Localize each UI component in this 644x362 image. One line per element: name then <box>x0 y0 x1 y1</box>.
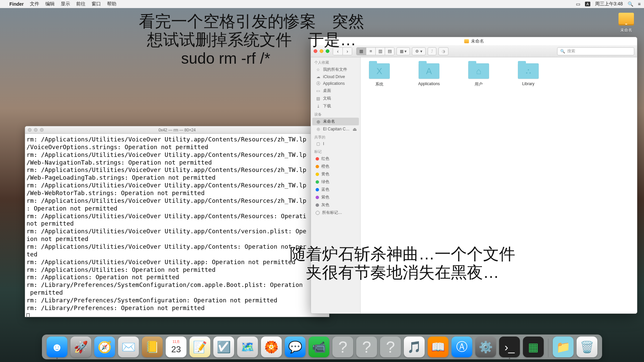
dock-itunes-icon[interactable]: 🎵 <box>404 337 425 357</box>
action-button[interactable]: ⚙ ▾ <box>412 47 425 55</box>
sidebar-tag[interactable]: 绿色 <box>311 178 360 186</box>
sidebar-item-label: 文稿 <box>323 96 331 101</box>
dock-finder-icon[interactable]: ☻ <box>47 337 67 357</box>
tag-color-dot <box>316 157 319 161</box>
folder-item[interactable]: ⌂用户 <box>465 63 493 87</box>
sidebar-tag[interactable]: 蓝色 <box>311 186 360 193</box>
dock-calendar-icon[interactable]: 11月23 <box>166 337 186 357</box>
menubar: Finder 文件 编辑 显示 前往 窗口 帮助 ▭ A 周三上午3:48 🔍 … <box>0 0 644 8</box>
zoom-icon[interactable] <box>40 128 44 132</box>
dock-messages-icon[interactable]: 💬 <box>285 337 306 357</box>
zoom-icon[interactable] <box>326 49 329 53</box>
sidebar-item[interactable]: ▤文稿 <box>311 95 360 102</box>
dock: ☻ 🚀 🧭 ✉️ 📒 11月23 📝 ☑️ 🗺️ 🏵️ 💬 📹 ? ? ? 🎵 … <box>42 335 602 359</box>
menubar-clock[interactable]: 周三上午3:48 <box>595 1 623 7</box>
dock-photos-icon[interactable]: 🏵️ <box>261 337 282 357</box>
sidebar-item[interactable]: ◎未命名 <box>312 118 359 125</box>
terminal-output[interactable]: rm: /Applications/Utilities/VoiceOver Ut… <box>25 134 329 317</box>
terminal-window[interactable]: 0x42 — rm — 80×24 rm: /Applications/Util… <box>25 126 329 317</box>
sidebar-item-icon: ▭ <box>316 88 321 93</box>
app-name[interactable]: Finder <box>9 1 24 7</box>
tags-button[interactable]: ◑ <box>438 47 448 55</box>
airplay-icon[interactable]: ▭ <box>576 1 580 7</box>
sidebar-item[interactable]: ▭桌面 <box>311 87 360 95</box>
terminal-titlebar[interactable]: 0x42 — rm — 80×24 <box>25 126 329 134</box>
sidebar-all-tags[interactable]: 所有标记… <box>311 209 360 217</box>
share-button[interactable]: ⤴ <box>428 47 436 55</box>
menu-go[interactable]: 前往 <box>76 1 86 7</box>
dock-downloads-icon[interactable]: 📁 <box>553 337 574 357</box>
sidebar-item[interactable]: ◎El Capitan C…⏏ <box>311 125 360 133</box>
spotlight-icon[interactable]: 🔍 <box>628 1 633 7</box>
sidebar-heading: 标记 <box>311 147 360 155</box>
dock-launchpad-icon[interactable]: 🚀 <box>70 337 91 357</box>
sidebar-heading: 个人收藏 <box>311 58 360 66</box>
drive-icon <box>619 13 634 25</box>
menu-file[interactable]: 文件 <box>30 1 39 7</box>
sidebar-tag[interactable]: 黄色 <box>311 170 360 178</box>
dock-safari-icon[interactable]: 🧭 <box>94 337 115 357</box>
dock-appstore-icon[interactable]: Ⓐ <box>451 337 472 357</box>
terminal-traffic-lights[interactable] <box>28 128 44 132</box>
close-icon[interactable] <box>28 128 32 132</box>
dock-trash-icon[interactable]: 🗑️ <box>577 337 597 357</box>
finder-search[interactable]: 🔍 搜索 <box>557 47 634 55</box>
dock-ibooks-icon[interactable]: 📖 <box>428 337 448 357</box>
sidebar-item[interactable]: ▢I <box>311 140 360 147</box>
caption-mid2: 夹很有节奏地消失在黑夜… <box>278 263 527 282</box>
tag-color-dot <box>316 203 319 207</box>
folder-label: 用户 <box>475 81 483 87</box>
finder-traffic-lights[interactable] <box>314 49 329 53</box>
folder-item[interactable]: ⛬Library <box>514 63 542 86</box>
sidebar-item[interactable]: ☆我的所有文件 <box>311 66 360 73</box>
menu-help[interactable]: 帮助 <box>107 1 116 7</box>
dock-placeholder-icon[interactable]: ? <box>332 337 353 357</box>
minimize-icon[interactable] <box>34 128 38 132</box>
folder-icon: A <box>419 63 439 79</box>
dock-maps-icon[interactable]: 🗺️ <box>237 337 258 357</box>
caption-line2: 想试试删掉系统文件 于是… <box>121 31 382 49</box>
dock-preferences-icon[interactable]: ⚙️ <box>475 337 496 357</box>
dock-activity-monitor-icon[interactable]: ▦ <box>523 337 544 357</box>
desktop-drive-icon[interactable]: 未命名 <box>619 13 634 33</box>
all-tags-icon <box>316 211 320 215</box>
caption-command: sudo rm -rf /* <box>181 50 270 67</box>
minimize-icon[interactable] <box>320 49 323 53</box>
tag-color-dot <box>316 196 319 199</box>
menu-view[interactable]: 显示 <box>61 1 70 7</box>
dock-placeholder-icon[interactable]: ? <box>380 337 401 357</box>
terminal-title: 0x42 — rm — 80×24 <box>158 128 196 132</box>
sidebar-item[interactable]: ⤓下载 <box>311 102 360 110</box>
dock-reminders-icon[interactable]: ☑️ <box>213 337 234 357</box>
tag-color-dot <box>316 180 319 184</box>
folder-item[interactable]: X系统 <box>365 63 393 87</box>
view-coverflow-button[interactable]: ▤ <box>385 48 394 55</box>
close-icon[interactable] <box>314 49 317 53</box>
menu-window[interactable]: 窗口 <box>92 1 101 7</box>
folder-item[interactable]: AApplications <box>415 63 443 86</box>
dock-separator <box>548 339 548 357</box>
dock-facetime-icon[interactable]: 📹 <box>309 337 329 357</box>
eject-icon[interactable]: ⏏ <box>353 126 357 132</box>
notification-center-icon[interactable]: ≡ <box>638 1 641 7</box>
dock-mail-icon[interactable]: ✉️ <box>118 337 139 357</box>
sidebar-tag[interactable]: 红色 <box>311 155 360 163</box>
drive-icon <box>464 39 469 43</box>
menu-edit[interactable]: 编辑 <box>45 1 55 7</box>
dock-terminal-icon[interactable]: ›_ <box>499 337 520 357</box>
dock-placeholder-icon[interactable]: ? <box>356 337 377 357</box>
sidebar-item-icon: ◎ <box>316 119 321 124</box>
sidebar-item-label: Applications <box>323 81 345 86</box>
input-source-badge[interactable]: A <box>585 2 590 6</box>
sidebar-item-icon: ◎ <box>316 127 321 131</box>
sidebar-tag[interactable]: 紫色 <box>311 193 360 201</box>
sidebar-item[interactable]: ☁iCloud Drive <box>311 73 360 80</box>
arrange-button[interactable]: ▦ ▾ <box>396 47 410 55</box>
sidebar-item[interactable]: ⒶApplications <box>311 80 360 87</box>
sidebar-item-label: I <box>323 141 324 146</box>
search-icon: 🔍 <box>560 49 565 54</box>
dock-notes-icon[interactable]: 📝 <box>190 337 210 357</box>
sidebar-tag[interactable]: 灰色 <box>311 201 360 209</box>
sidebar-tag[interactable]: 橙色 <box>311 163 360 170</box>
dock-contacts-icon[interactable]: 📒 <box>142 337 163 357</box>
